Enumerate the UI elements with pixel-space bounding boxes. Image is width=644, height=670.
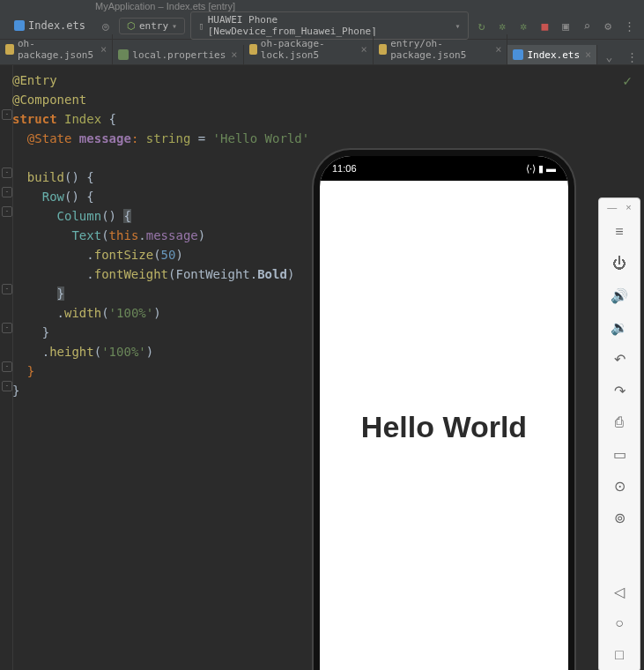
run-config-dropdown[interactable]: ⬡ entry ▾ xyxy=(119,18,185,34)
volume-up-icon[interactable]: 🔊 xyxy=(599,279,640,311)
close-icon[interactable]: × xyxy=(585,48,591,61)
fold-marker[interactable]: - xyxy=(2,206,12,217)
emulator-screen[interactable]: 11:06 ⟨·⟩ ▮ ▬ Hello World ◁ ○ □ xyxy=(320,156,568,670)
file-tabs: oh-package.json5× local.properties× oh-p… xyxy=(0,40,644,65)
screenshot-icon[interactable]: ⎙ xyxy=(599,406,640,438)
stop-button[interactable]: ■ xyxy=(537,18,552,34)
more-icon[interactable]: ⋮ xyxy=(621,18,637,34)
fold-marker[interactable]: - xyxy=(2,323,12,333)
power-icon[interactable]: ⏻ xyxy=(599,248,640,279)
rotate-right-icon[interactable]: ↷ xyxy=(599,375,640,406)
run-config-label: entry xyxy=(139,20,168,32)
json-icon xyxy=(249,44,257,55)
signal-icon: ▮ xyxy=(538,163,544,175)
close-icon[interactable]: × xyxy=(625,202,631,212)
nav-recent-icon[interactable]: □ xyxy=(599,639,640,670)
emulator-toolbar: — × ≡ ⏻ 🔊 🔉 ↶ ↷ ⎙ ▭ ⊙ ⊚ ◁ ○ □ xyxy=(598,197,640,670)
editor[interactable]: - - - - - - - - ✓ @Entry @Component stru… xyxy=(0,65,644,670)
ets-icon xyxy=(513,49,523,60)
close-icon[interactable]: × xyxy=(231,48,237,61)
hello-text: Hello World xyxy=(361,410,527,444)
tab-local-properties[interactable]: local.properties× xyxy=(113,45,243,64)
phone-icon: ▯ xyxy=(198,20,204,32)
fold-marker[interactable]: - xyxy=(2,187,12,197)
fold-marker[interactable]: - xyxy=(2,109,12,120)
location-icon[interactable]: ⊙ xyxy=(599,470,640,502)
close-icon[interactable]: × xyxy=(361,43,367,56)
status-time: 11:06 xyxy=(332,163,357,174)
open-file-label: Index.ets xyxy=(28,19,85,32)
tab-more-icon[interactable]: ⋮ xyxy=(621,48,644,64)
debug-icon[interactable]: ✲ xyxy=(495,18,511,34)
attach-debug-icon[interactable]: ✲ xyxy=(515,18,531,34)
tab-label: oh-package-lock.json5 xyxy=(261,38,356,61)
battery-icon: ▬ xyxy=(546,163,556,174)
volume-down-icon[interactable]: 🔉 xyxy=(599,311,640,343)
fold-marker[interactable]: - xyxy=(2,284,12,294)
tab-label: Index.ets xyxy=(527,49,580,61)
tab-entry-oh-package[interactable]: entry/oh-package.json5× xyxy=(374,34,508,64)
refresh-icon[interactable]: ↻ xyxy=(474,18,490,34)
open-file-tab[interactable]: Index.ets xyxy=(7,18,93,34)
tab-dropdown-icon[interactable]: ⌄ xyxy=(597,48,620,64)
menu-icon[interactable]: ≡ xyxy=(599,216,640,248)
battery-emulator-icon[interactable]: ▭ xyxy=(599,438,640,470)
rotate-left-icon[interactable]: ↶ xyxy=(599,343,640,375)
code-content[interactable]: @Entry @Component struct Index { @State … xyxy=(12,71,309,400)
layout-icon[interactable]: ▣ xyxy=(558,18,574,34)
nav-back-icon[interactable]: ◁ xyxy=(599,576,640,607)
chevron-down-icon: ▾ xyxy=(172,21,177,31)
close-icon[interactable]: × xyxy=(100,43,107,56)
tab-label: local.properties xyxy=(132,49,226,61)
json-icon xyxy=(379,44,387,55)
close-icon[interactable]: × xyxy=(495,43,501,56)
fold-marker[interactable]: - xyxy=(2,381,12,391)
tab-label: oh-package.json5 xyxy=(18,38,95,61)
tab-index-ets[interactable]: Index.ets× xyxy=(507,45,597,64)
ets-icon xyxy=(14,20,25,31)
status-bar: 11:06 ⟨·⟩ ▮ ▬ xyxy=(320,156,568,181)
check-icon[interactable]: ✓ xyxy=(623,72,632,89)
tab-label: entry/oh-package.json5 xyxy=(390,38,490,61)
gear-icon[interactable]: ⚙ xyxy=(600,18,616,34)
fold-marker[interactable]: - xyxy=(2,168,12,178)
gutter[interactable]: - - - - - - - - xyxy=(0,65,13,670)
tab-oh-package[interactable]: oh-package.json5× xyxy=(0,34,113,64)
tab-oh-package-lock[interactable]: oh-package-lock.json5× xyxy=(244,34,374,64)
module-icon: ⬡ xyxy=(127,20,136,32)
properties-icon xyxy=(118,49,129,60)
emulator-frame: 11:06 ⟨·⟩ ▮ ▬ Hello World ◁ ○ □ xyxy=(314,150,574,670)
search-icon[interactable]: ⌕ xyxy=(579,18,595,34)
minimize-icon[interactable]: — xyxy=(607,202,617,212)
wifi-icon[interactable]: ⊚ xyxy=(599,502,640,533)
nfc-icon: ⟨·⟩ xyxy=(526,163,536,175)
target-icon[interactable]: ◎ xyxy=(98,18,114,34)
nav-home-icon[interactable]: ○ xyxy=(599,607,640,639)
chevron-down-icon: ▾ xyxy=(455,21,461,31)
window-title: MyApplication – Index.ets [entry] xyxy=(0,0,644,12)
json-icon xyxy=(5,44,14,55)
app-content: Hello World xyxy=(320,181,568,670)
fold-marker[interactable]: - xyxy=(2,361,12,372)
